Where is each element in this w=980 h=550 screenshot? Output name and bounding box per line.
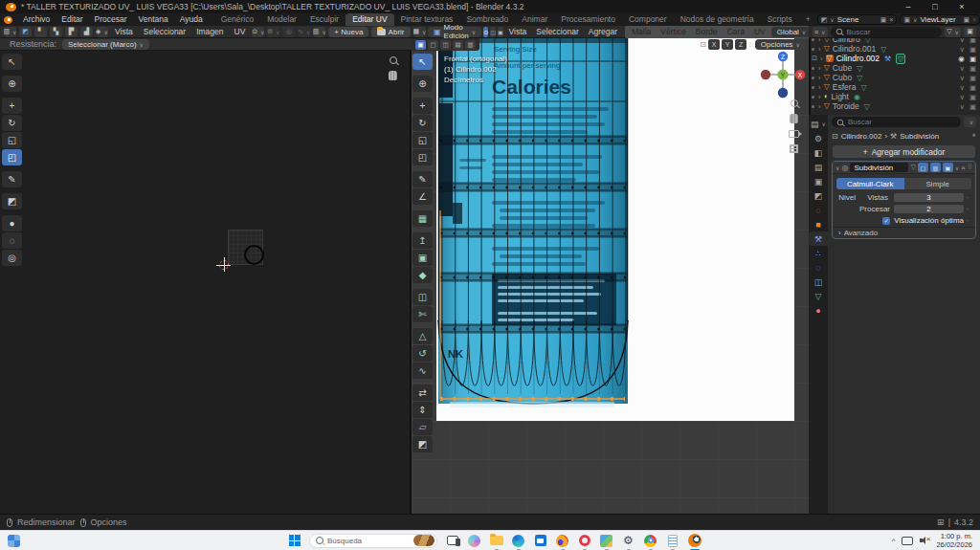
outliner-row-cilindro002[interactable]: ⊡›▽ Cilindro.002 ⚒ ▽ ◉▣ [809,54,980,63]
tool-scale[interactable]: ◱ [412,132,433,148]
hide-render-icon[interactable]: ▣ [969,55,976,63]
copilot-button[interactable] [467,534,481,548]
optimal-display-checkbox[interactable]: ✓ [882,217,890,225]
pin-icon[interactable]: ⌖ [971,131,976,141]
network-icon[interactable] [902,537,913,545]
uv-menu-imagen[interactable]: Imagen [192,27,227,36]
uv-sticky-icon[interactable]: ◈ [96,27,108,37]
hide-viewport-icon[interactable]: ∨ [959,74,965,82]
outliner-row-esfera[interactable]: ›▽ Esfera▽ ∨▣ [809,82,980,92]
active-tool-dropdown[interactable]: Seleccionar (Marco) [62,39,149,50]
tab-world[interactable]: ◌ [809,203,828,217]
uv-pivot-icon[interactable]: ⊙ [252,27,264,37]
outliner-search-input[interactable]: Buscar [831,27,943,37]
uv-tool-scale[interactable]: ◱ [2,132,22,148]
viewlayer-selector[interactable]: ▣ ViewLayer ▣ × [900,14,980,25]
properties-editor-type-icon[interactable]: ▤ [809,117,828,131]
uv-menu-uv[interactable]: UV [231,27,250,36]
viewport-canvas[interactable]: Serving Size Amount per serving Calories… [412,38,809,514]
viewlayer-delete-icon[interactable]: × [972,16,976,23]
tool-knife[interactable]: ✄ [412,306,433,322]
tool-edge-slide[interactable]: ⇄ [412,385,433,401]
tab-scripts[interactable]: Scripts [761,13,799,26]
vp-menu-cara[interactable]: Cara [723,27,747,36]
photos-button[interactable] [599,534,613,548]
uv-tool-rotate[interactable]: ↻ [2,115,22,131]
camera-view-icon[interactable] [789,130,799,138]
mirror-z-button[interactable]: Z [735,39,746,50]
tool-cursor[interactable]: ⊕ [412,76,433,92]
tab-modelar[interactable]: Modelar [260,13,303,26]
uv-2d-cursor[interactable] [219,260,229,270]
uv-select-island-icon[interactable]: ▟ [80,27,93,37]
mini-icon-2[interactable]: ◫ [440,40,451,50]
notepad-button[interactable] [665,534,679,548]
keyframe-dot[interactable]: · [964,216,971,225]
tool-shrink-fatten[interactable]: ⇕ [412,402,433,418]
mode-dropdown[interactable]: ▣Modo Edición [428,27,481,37]
tool-poly-build[interactable]: △ [412,328,433,344]
vp-menu-agregar[interactable]: Agregar [585,27,621,36]
drag-handle-icon[interactable]: ⠿ [968,164,972,171]
uv-select-face-icon[interactable]: ▛ [65,27,78,37]
tab-editar-uv[interactable]: Editar UV [345,13,393,26]
tool-smooth[interactable]: ∿ [412,363,433,379]
edge-button[interactable] [511,534,525,548]
vp-menu-uv[interactable]: UV [750,27,769,36]
vp-menu-seleccionar[interactable]: Seleccionar [532,27,582,36]
select-mode-vertex[interactable]: ⊙ [483,27,488,37]
tab-scene[interactable]: ◩ [809,188,828,203]
outliner-filter-icon[interactable]: ▽ [945,27,961,37]
keyframe-dot[interactable]: · [964,205,971,213]
tool-inset[interactable]: ▣ [412,250,433,266]
uv-snap-icon[interactable]: ⋒ [267,27,279,37]
uv-tool-annotate[interactable]: ✎ [2,171,22,187]
uv-open-image-button[interactable]: Abrir [371,27,410,37]
uv-tool-relax[interactable]: ◌ [2,232,22,249]
vp-menu-borde[interactable]: Borde [692,27,722,36]
properties-options-icon[interactable] [964,117,976,127]
store-button[interactable] [533,534,547,548]
viewlayer-browse-icon[interactable]: ▣ [903,16,917,24]
tool-tweak[interactable]: ↖ [412,54,433,70]
uv-menu-vista[interactable]: Vista [111,27,137,36]
hide-render-icon[interactable]: ▣ [969,83,976,92]
outliner-row-light[interactable]: ›◐ Light◉ ∨▣ [809,92,980,101]
tab-tool[interactable]: ⚙ [809,131,828,145]
tab-nodos-geometria[interactable]: Nodos de geometría [674,13,761,26]
tool-bevel[interactable]: ◆ [412,267,433,283]
mirror-y-button[interactable]: Y [722,39,733,50]
breadcrumb-object[interactable]: Cilindro.002 [841,132,882,141]
tab-animar[interactable]: Animar [515,13,554,26]
tool-transform[interactable]: ◰ [412,149,433,165]
uv-sync-icon[interactable]: ◩ [19,27,32,37]
tab-object[interactable]: ■ [809,217,828,231]
tool-loop-cut[interactable]: ◫ [412,289,433,305]
hide-viewport-icon[interactable]: ∨ [959,93,965,101]
viewlayer-copy-icon[interactable]: ▣ [963,16,969,24]
tool-annotate[interactable]: ✎ [412,171,433,187]
menu-ayuda[interactable]: Ayuda [174,13,209,26]
optimal-display-label[interactable]: Visualización óptima [894,216,964,225]
navigation-gizmo[interactable]: Z X Y [760,48,806,101]
hide-render-icon[interactable]: ▣ [969,45,976,54]
ortho-toggle-icon[interactable] [790,144,798,153]
uv-tool-grab[interactable]: ● [2,215,22,231]
uv-tool-transform[interactable]: ◰ [2,149,22,165]
uv-editor-type-icon[interactable]: ▥ [4,27,16,37]
hide-viewport-icon[interactable]: ∨ [959,83,965,92]
hide-viewport-icon[interactable]: ∨ [959,45,965,54]
tab-add-workspace[interactable]: + [799,13,817,26]
outliner-row-toroide[interactable]: ›▽ Toroide▽ ∨▣ [809,101,980,111]
blender-menu-icon[interactable] [4,16,12,24]
uv-editor-canvas[interactable]: ↖ ⊕ + ↻ ◱ ◰ ✎ ◩ ● ◌ ◎ [0,51,412,514]
modifier-name-field[interactable]: Subdivisión [850,163,908,172]
maximize-button[interactable]: □ [923,0,947,13]
tab-view-layer[interactable]: ▣ [809,174,828,188]
uv-tool-rip[interactable]: ◩ [2,193,22,209]
tool-extrude[interactable]: ↥ [412,232,433,249]
outliner-row-cilindro001[interactable]: ›▽ Cilindro.001▽ ∨▣ [809,44,980,54]
hide-render-icon[interactable]: ▣ [969,93,976,101]
menu-editar[interactable]: Editar [56,13,88,26]
file-explorer-button[interactable] [489,534,503,548]
